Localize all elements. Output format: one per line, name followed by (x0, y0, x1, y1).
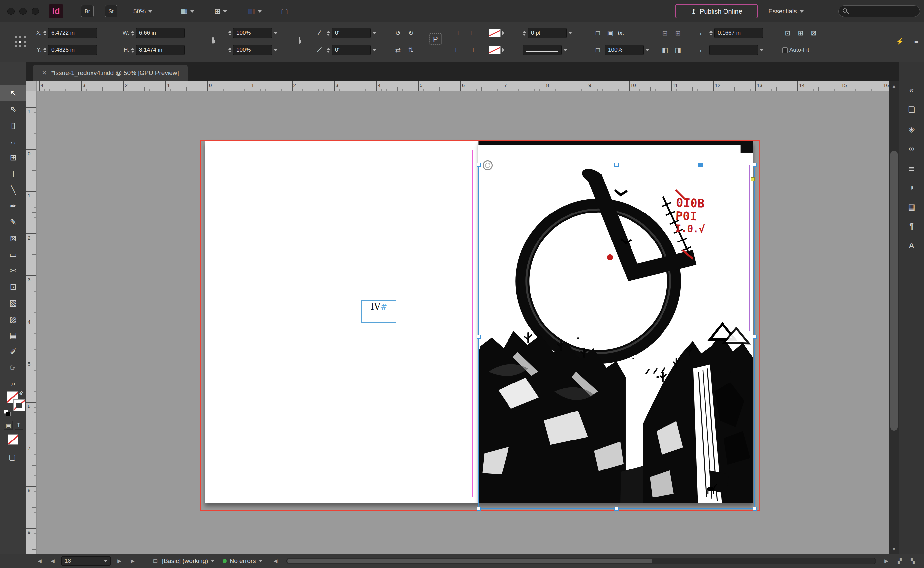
close-window-button[interactable] (7, 8, 15, 15)
preflight-doc-icon[interactable]: ▤ (149, 558, 162, 564)
drop-shadow-button[interactable]: □ (592, 27, 603, 39)
screen-mode-menu[interactable]: ▢ (281, 6, 288, 17)
formatting-affects-container-button[interactable]: ▣ (4, 421, 12, 430)
stepper-arrows[interactable] (131, 31, 134, 36)
zoom-level-dropdown[interactable]: 50% (133, 6, 152, 17)
scale-x-field[interactable]: 100% (228, 27, 278, 39)
fx-menu-button[interactable]: fx. (618, 29, 624, 36)
publish-online-button[interactable]: ↥ Publish Online (676, 4, 758, 18)
corner-shape-value[interactable] (709, 45, 758, 55)
view-options-menu[interactable]: ▦ (181, 6, 194, 17)
bridge-button[interactable]: Br (81, 5, 94, 17)
preflight-profile-dropdown[interactable]: [Basic] (working) (162, 556, 215, 566)
constrain-dimensions-link[interactable] (212, 38, 214, 44)
opacity-field[interactable]: □ 100% (592, 44, 649, 56)
chevron-down-icon[interactable] (645, 49, 649, 51)
stroke-panel[interactable]: ≣ (899, 158, 924, 178)
fill-frame-button[interactable]: ⊠ (808, 27, 819, 39)
pages-panel[interactable]: ❏ (899, 100, 924, 119)
last-page-button[interactable]: ▶ (126, 558, 139, 564)
default-fill-stroke-icon[interactable] (4, 410, 8, 414)
collapse-panels-button[interactable]: « (899, 80, 924, 100)
document-tab[interactable]: ✕ *Issue-1_reduxv4.indd @ 50% [GPU Previ… (33, 65, 188, 82)
selection-handle-middle-left[interactable] (477, 335, 481, 339)
note-tool[interactable]: ▤ (0, 327, 26, 343)
direct-selection-tool[interactable]: ⇖ (0, 101, 26, 117)
y-position-value[interactable]: 0.4825 in (48, 45, 97, 55)
reference-point-proxy[interactable] (15, 36, 27, 48)
chevron-right-icon[interactable] (502, 48, 504, 52)
document-grid-menu[interactable]: ⊞ (214, 6, 227, 17)
line-tool[interactable]: ╲ (0, 182, 26, 198)
chevron-down-icon[interactable] (274, 49, 278, 51)
scale-x-value[interactable]: 100% (233, 28, 272, 38)
gradient-swatch-tool[interactable]: ▧ (0, 295, 26, 311)
align-left-button[interactable]: ⊢ (453, 44, 464, 56)
scale-y-field[interactable]: 100% (228, 44, 278, 56)
paragraph-styles-panel[interactable]: ¶ (899, 216, 924, 236)
corner-radius-value[interactable]: 0.1667 in (714, 28, 763, 38)
gradient-feather-tool[interactable]: ▨ (0, 311, 26, 327)
wrap-bounding-box-button[interactable]: ⊞ (673, 27, 683, 39)
page-number-dropdown[interactable]: 18 (61, 556, 111, 566)
object-effects-button[interactable]: ▣ (605, 27, 616, 39)
page-number-text-frame[interactable]: IV# (361, 300, 396, 323)
height-value[interactable]: 8.1474 in (136, 45, 185, 55)
scroll-down-icon[interactable]: ▼ (889, 544, 899, 553)
selection-handle-bottom-right[interactable] (753, 507, 757, 511)
align-right-button[interactable]: ⊣ (465, 44, 477, 56)
free-transform-tool[interactable]: ⊡ (0, 279, 26, 295)
stepper-arrows[interactable] (228, 31, 232, 36)
links-panel[interactable]: ∞ (899, 139, 924, 158)
constrain-scale-link[interactable] (299, 38, 300, 44)
vertical-scroll-thumb[interactable] (891, 151, 898, 431)
shear-value[interactable]: 0° (332, 45, 371, 55)
fit-frame-button[interactable]: ⊞ (795, 27, 806, 39)
selection-frame[interactable] (479, 165, 754, 509)
stroke-weight-value[interactable]: 0 pt (528, 28, 567, 38)
scissors-tool[interactable]: ✂ (0, 263, 26, 279)
stepper-arrows[interactable] (228, 48, 232, 53)
gap-tool[interactable]: ↔ (0, 133, 26, 150)
ruler-origin-box[interactable] (26, 82, 36, 91)
corner-shape-dropdown[interactable]: ⌐ (697, 44, 764, 56)
autofit-checkbox[interactable] (782, 47, 788, 53)
next-page-button[interactable]: ▶ (113, 558, 126, 564)
width-field[interactable]: W: 6.66 in (121, 27, 185, 39)
stroke-color-swatch[interactable] (489, 29, 501, 37)
hand-tool[interactable]: ☞ (0, 360, 26, 376)
window-resize-icon[interactable]: ▚ (906, 558, 919, 564)
stroke-type-value[interactable] (523, 45, 562, 55)
eyedropper-tool[interactable]: ✐ (0, 343, 26, 360)
x-position-value[interactable]: 6.4722 in (48, 28, 97, 38)
workspace-switcher[interactable]: Essentials (768, 6, 804, 17)
panel-menu-icon[interactable]: ≣ (911, 37, 922, 48)
chevron-down-icon[interactable] (372, 49, 376, 51)
close-document-icon[interactable]: ✕ (42, 69, 47, 77)
selection-handle-bottom-left[interactable] (477, 507, 481, 511)
horizontal-scroll-thumb[interactable] (287, 559, 653, 563)
stroke-proxy-swatch[interactable] (13, 399, 25, 411)
shear-angle-field[interactable]: ∠ 0° (314, 44, 376, 56)
content-grabber[interactable] (483, 160, 493, 170)
stepper-arrows[interactable] (43, 48, 47, 53)
chevron-down-icon[interactable] (372, 32, 376, 34)
horizontal-scrollbar[interactable] (286, 558, 876, 564)
chevron-down-icon[interactable] (274, 32, 278, 34)
vertical-scrollbar[interactable]: ▲ ▼ (889, 82, 898, 553)
wrap-none-button[interactable]: ⊟ (659, 27, 671, 39)
chevron-right-icon[interactable] (502, 31, 504, 35)
selection-handle-bottom-center[interactable] (614, 507, 619, 511)
color-panel[interactable]: ◑ (899, 178, 924, 197)
rotate-cw-button[interactable]: ↻ (405, 27, 417, 39)
minimize-window-button[interactable] (20, 8, 27, 15)
autofit-option[interactable]: Auto-Fit (782, 44, 809, 56)
stroke-type-dropdown[interactable] (523, 44, 567, 56)
character-styles-panel[interactable]: A (899, 236, 924, 255)
stroke-weight-field[interactable]: 0 pt (523, 27, 572, 39)
selection-handle-top-center[interactable] (614, 163, 619, 167)
vertical-ruler-guide[interactable] (245, 141, 245, 503)
page-left[interactable] (205, 141, 479, 503)
scroll-up-icon[interactable]: ▲ (889, 82, 899, 91)
page-tool[interactable]: ▯ (0, 117, 26, 133)
